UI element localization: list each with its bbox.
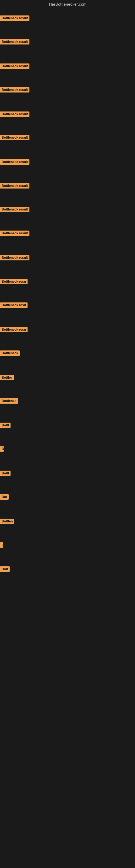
bottleneck-badge: Bottleneck result xyxy=(0,183,30,188)
bottleneck-result-item: Bot xyxy=(0,494,9,501)
bottleneck-result-item: Bottleneck result xyxy=(0,183,30,190)
bottleneck-badge: Bottl xyxy=(0,471,10,476)
bottleneck-result-item: | xyxy=(0,542,3,549)
bottleneck-badge: Bottleneck xyxy=(0,350,20,356)
bottleneck-result-item: Bottleneck result xyxy=(0,39,30,45)
bottleneck-badge: Bottleneck result xyxy=(0,255,30,260)
bottleneck-result-item: Bottl xyxy=(0,471,10,477)
bottleneck-badge: Bottleneck result xyxy=(0,159,30,165)
bottleneck-badge: | xyxy=(0,542,3,548)
bottleneck-result-item: Bottler xyxy=(0,375,14,381)
bottleneck-badge: Bottleneck result xyxy=(0,16,30,21)
bottleneck-result-item: Bottleneck result xyxy=(0,255,30,261)
bottleneck-badge: B xyxy=(0,446,4,452)
bottleneck-result-item: Bottleneck result xyxy=(0,112,30,118)
bottleneck-badge: Bottleneck result xyxy=(0,112,30,117)
bottleneck-badge: Bottleneck resu xyxy=(0,303,28,308)
bottleneck-badge: Bottleneck result xyxy=(0,39,30,44)
bottleneck-badge: Bottleneck resu xyxy=(0,327,28,332)
bottleneck-badge: Bottleneck resu xyxy=(0,279,28,284)
bottleneck-badge: Bottleneck result xyxy=(0,135,30,140)
bottleneck-badge: Bottl xyxy=(0,423,10,428)
site-title: TheBottlenecker.com xyxy=(0,0,135,8)
bottleneck-result-item: Bottleneck resu xyxy=(0,279,28,285)
bottleneck-result-item: B xyxy=(0,446,4,453)
bottleneck-result-item: Bottleneck resu xyxy=(0,303,28,309)
bottleneck-result-item: Bottleneck result xyxy=(0,230,30,237)
bottleneck-badge: Bottlenec xyxy=(0,398,18,404)
bottleneck-result-item: Bott xyxy=(0,566,10,573)
bottleneck-badge: Bottleneck result xyxy=(0,63,30,69)
bottleneck-result-item: Bottleneck result xyxy=(0,159,30,166)
bottleneck-result-item: Bottlen xyxy=(0,519,14,525)
bottleneck-badge: Bottleneck result xyxy=(0,87,30,93)
bottleneck-badge: Bottlen xyxy=(0,519,14,524)
bottleneck-badge: Bottleneck result xyxy=(0,230,30,236)
bottleneck-result-item: Bottleneck result xyxy=(0,207,30,213)
bottleneck-result-item: Bottleneck resu xyxy=(0,327,28,333)
bottleneck-badge: Bottler xyxy=(0,375,14,380)
bottleneck-badge: Bott xyxy=(0,566,10,572)
bottleneck-result-item: Bottleneck result xyxy=(0,63,30,70)
bottleneck-badge: Bot xyxy=(0,494,9,500)
bottleneck-result-item: Bottl xyxy=(0,423,10,429)
bottleneck-result-item: Bottleneck result xyxy=(0,16,30,22)
bottleneck-badge: Bottleneck result xyxy=(0,207,30,212)
bottleneck-result-item: Bottlenec xyxy=(0,398,18,405)
bottleneck-result-item: Bottleneck result xyxy=(0,135,30,141)
bottleneck-result-item: Bottleneck xyxy=(0,350,20,357)
bottleneck-result-item: Bottleneck result xyxy=(0,87,30,94)
